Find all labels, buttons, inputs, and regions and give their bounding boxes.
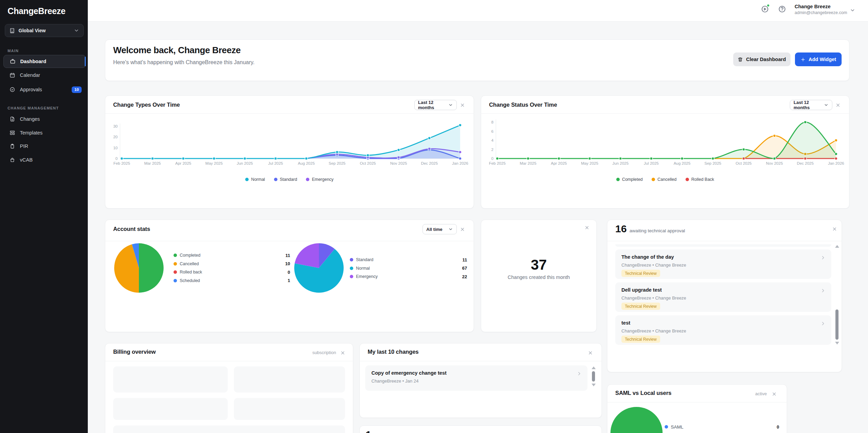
svg-text:May 2025: May 2025	[581, 161, 598, 165]
sidebar-item-templates[interactable]: Templates	[3, 126, 86, 139]
trash-icon	[738, 57, 743, 62]
help-icon[interactable]	[778, 5, 786, 13]
range-value: Last 12 months	[418, 100, 445, 110]
svg-text:Aug 2025: Aug 2025	[674, 161, 690, 165]
legend-item: Standard	[274, 177, 297, 182]
approval-item[interactable]: The change of the dayChangeBreeze • Chan…	[615, 249, 831, 279]
svg-text:6: 6	[491, 129, 494, 133]
svg-text:Sep 2025: Sep 2025	[704, 161, 721, 165]
legend-dot	[665, 425, 668, 429]
legend-label: Emergency	[356, 274, 378, 279]
svg-text:Jul 2025: Jul 2025	[268, 161, 283, 165]
sidebar-item-changes[interactable]: Changes	[3, 113, 86, 126]
svg-text:May 2025: May 2025	[205, 161, 223, 165]
legend-dot	[174, 262, 177, 266]
topbar	[88, 0, 868, 22]
svg-text:Jan 2026: Jan 2026	[828, 161, 844, 165]
close-widget-icon[interactable]	[339, 349, 346, 356]
account-stats-range-select[interactable]: All time	[423, 224, 457, 234]
legend-label: Standard	[356, 257, 373, 262]
chevron-right-icon	[576, 371, 582, 376]
svg-text:Jul 2025: Jul 2025	[644, 161, 658, 165]
stat-legend-row: Cancelled10	[174, 260, 290, 268]
change-types-chart: 0102030Feb 2025Mar 2025Apr 2025May 2025J…	[105, 118, 474, 170]
divider	[607, 402, 787, 402]
svg-text:Feb 2025: Feb 2025	[114, 161, 130, 165]
sidebar-item-pir[interactable]: PIR	[3, 140, 86, 153]
svg-text:Dec 2025: Dec 2025	[421, 161, 438, 165]
change-status-chart: 02468Feb 2025Mar 2025Apr 2025May 2025Jun…	[481, 118, 849, 170]
scroll-down-arrow[interactable]	[592, 384, 596, 386]
legend-dot	[616, 178, 620, 181]
divider	[105, 361, 353, 361]
change-item[interactable]: Copy of emergency change testChangeBreez…	[365, 365, 587, 391]
saml-title: SAML vs Local users	[615, 390, 671, 396]
legend-value: 10	[285, 261, 290, 266]
account-status-legend: Completed11Cancelled10Rolled back0Schedu…	[174, 251, 290, 285]
legend-label: Scheduled	[180, 278, 200, 283]
scrollbar-thumb[interactable]	[592, 371, 595, 382]
account-stats-title: Account stats	[113, 226, 150, 232]
close-widget-icon[interactable]	[583, 224, 591, 231]
clear-dashboard-button[interactable]: Clear Dashboard	[733, 52, 790, 66]
close-widget-icon[interactable]	[831, 225, 838, 233]
legend-dot	[174, 279, 177, 282]
svg-text:Oct 2025: Oct 2025	[360, 161, 376, 165]
sidebar-item-calendar[interactable]: Calendar	[3, 69, 86, 82]
close-widget-icon[interactable]	[459, 225, 466, 233]
building-icon	[9, 28, 15, 34]
legend-dot	[350, 258, 353, 261]
sidebar-item-approvals[interactable]: Approvals10	[3, 83, 86, 96]
bag-icon	[10, 157, 15, 163]
approval-item[interactable]: testChangeBreeze • Change BreezeTechnica…	[615, 315, 831, 345]
stat-legend-row: Completed11	[174, 251, 290, 260]
legend-label: Cancelled	[180, 261, 199, 266]
user-menu-chevron-icon[interactable]	[850, 8, 855, 13]
close-widget-icon[interactable]	[459, 101, 466, 109]
add-widget-button[interactable]: Add Widget	[795, 52, 842, 66]
legend-dot	[686, 178, 689, 181]
svg-text:Mar 2025: Mar 2025	[144, 161, 161, 165]
plus-icon	[800, 57, 806, 62]
svg-text:Apr 2025: Apr 2025	[175, 161, 191, 165]
legend-label: Rolled Back	[691, 177, 714, 182]
approvals-caption: awaiting technical approval	[629, 228, 685, 233]
approval-item[interactable]: Dell upgrade testChangeBreeze • Change B…	[615, 282, 831, 312]
svg-text:Nov 2025: Nov 2025	[390, 161, 407, 165]
change-types-range-select[interactable]: Last 12 months	[414, 100, 457, 110]
scroll-down-arrow[interactable]	[835, 342, 839, 344]
account-status-pie	[114, 243, 164, 293]
legend-label: Normal	[251, 177, 265, 182]
org-switcher[interactable]: Global View	[5, 24, 84, 37]
divider	[481, 113, 849, 114]
svg-text:2: 2	[491, 148, 494, 152]
chevron-down-icon	[448, 227, 453, 232]
scroll-up-arrow[interactable]	[592, 366, 596, 369]
sidebar-item-dashboard[interactable]: Dashboard	[3, 55, 86, 68]
close-widget-icon[interactable]	[770, 390, 778, 398]
sidebar-item-label: PIR	[20, 143, 82, 149]
close-widget-icon[interactable]	[586, 349, 594, 356]
svg-text:Feb 2025: Feb 2025	[489, 161, 506, 165]
saml-tag: active	[734, 391, 767, 396]
clear-dashboard-label: Clear Dashboard	[746, 57, 786, 62]
svg-text:10: 10	[113, 146, 118, 150]
sidebar-item-label: Calendar	[20, 72, 82, 78]
welcome-subtitle: Here's what's happening with ChangeBreez…	[113, 59, 254, 66]
change-status-legend: CompletedCancelledRolled Back	[481, 177, 849, 182]
legend-label: Rolled back	[180, 270, 202, 274]
scroll-up-arrow[interactable]	[835, 245, 839, 248]
legend-value: 11	[462, 257, 467, 262]
close-widget-icon[interactable]	[834, 101, 842, 109]
change-types-title: Change Types Over Time	[113, 102, 180, 108]
legend-item: Rolled Back	[686, 177, 714, 182]
scrollbar-thumb[interactable]	[835, 309, 839, 340]
sidebar-item-vcab[interactable]: vCAB	[3, 153, 86, 166]
change-status-range-select[interactable]: Last 12 months	[790, 100, 832, 110]
svg-text:Aug 2025: Aug 2025	[298, 161, 315, 165]
chevron-down-icon	[824, 103, 829, 107]
legend-dot	[245, 178, 249, 181]
partial-card	[359, 425, 602, 433]
sidebar-item-label: Approvals	[20, 87, 67, 92]
org-switcher-label: Global View	[19, 28, 70, 33]
